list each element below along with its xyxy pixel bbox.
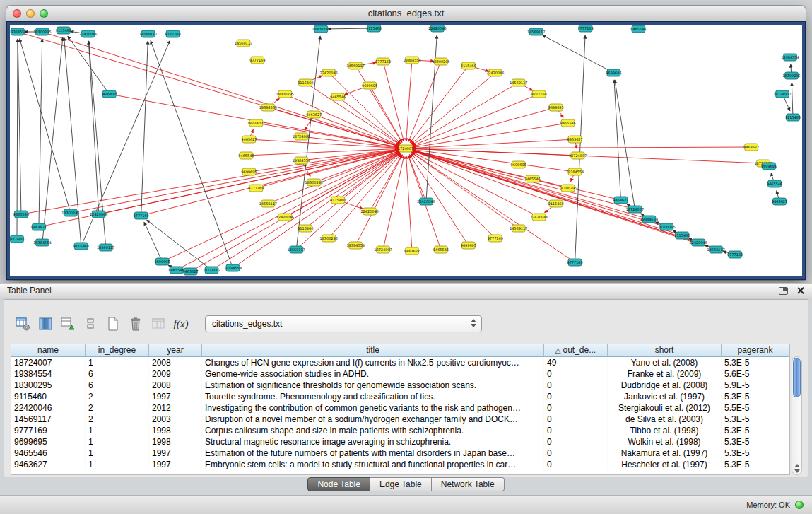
window-titlebar[interactable]: citations_edges.txt (6, 6, 806, 21)
cell-out-degree[interactable]: 0 (544, 459, 608, 470)
cell-year[interactable]: 2009 (149, 368, 202, 380)
graph-edge[interactable] (20, 39, 71, 213)
graph-node[interactable]: 22420046 (320, 69, 338, 76)
cell-pagerank[interactable]: 5.6E-5 (722, 368, 789, 380)
cell-short[interactable]: Dudbridge et al. (2008) (608, 380, 722, 391)
graph-node[interactable]: 19384554 (346, 242, 364, 249)
cell-in-degree[interactable]: 2 (86, 391, 149, 402)
graph-node[interactable]: 22420046 (690, 239, 707, 246)
cell-short[interactable]: de Silva et al. (2003) (608, 414, 722, 425)
graph-node[interactable]: 19384554 (403, 57, 420, 64)
graph-node[interactable]: 9699695 (155, 258, 170, 265)
function-builder-icon[interactable]: f(x) (171, 314, 191, 334)
graph-node[interactable]: 9115460 (73, 243, 89, 250)
graph-edge[interactable] (406, 156, 412, 251)
graph-node[interactable]: 9777169 (375, 58, 391, 65)
graph-node[interactable]: 9777169 (577, 25, 593, 32)
table-row[interactable]: 2242004622012Investigating the contribut… (11, 402, 789, 414)
cell-year[interactable]: 1997 (149, 448, 202, 459)
graph-node[interactable]: 9777169 (488, 235, 503, 242)
graph-node[interactable]: 19384554 (10, 28, 27, 35)
graph-node[interactable]: 22420046 (79, 30, 97, 37)
graph-node[interactable]: 19384554 (33, 239, 51, 246)
graph-node[interactable]: 9115460 (461, 62, 476, 69)
table-select[interactable]: citations_edges.txt (205, 315, 482, 332)
cell-in-degree[interactable]: 1 (86, 436, 149, 448)
graph-node[interactable]: 22420046 (486, 69, 504, 76)
graph-node[interactable]: 14569117 (707, 246, 725, 253)
zoom-window-button[interactable] (40, 9, 48, 18)
graph-edge[interactable] (314, 115, 399, 146)
graph-node[interactable]: 22420046 (417, 198, 435, 205)
graph-node[interactable]: 19384554 (640, 216, 658, 223)
cell-name[interactable]: 9777169 (11, 425, 86, 436)
cell-out-degree[interactable]: 0 (544, 448, 608, 459)
column-header-year[interactable]: year (149, 344, 202, 357)
graph-node[interactable]: 19384554 (566, 168, 584, 175)
cell-pagerank[interactable]: 5.3E-5 (722, 391, 789, 402)
cell-short[interactable]: Stergiakouli et al. (2012) (608, 402, 722, 414)
cell-name[interactable]: 18300295 (11, 380, 86, 391)
cell-title[interactable]: Disruption of a novel member of a sodium… (202, 414, 544, 425)
graph-edge[interactable] (144, 222, 163, 262)
cell-name[interactable]: 14569117 (11, 414, 86, 425)
cell-short[interactable]: Wolkin et al. (1998) (608, 436, 722, 448)
graph-node[interactable]: 9463627 (404, 247, 420, 255)
graph-node[interactable]: 9777169 (531, 90, 547, 98)
graph-node[interactable]: 9463627 (613, 197, 628, 204)
graph-edge[interactable] (408, 155, 426, 201)
column-header-in-degree[interactable]: in_degree (86, 344, 149, 357)
graph-node[interactable]: 9465546 (767, 180, 782, 187)
column-header-name[interactable]: name (11, 344, 86, 357)
cell-pagerank[interactable]: 5.3E-5 (722, 436, 789, 448)
cell-title[interactable]: Estimation of the future numbers of pati… (202, 448, 544, 459)
graph-edge[interactable] (408, 62, 441, 142)
scrollbar-thumb[interactable] (793, 358, 801, 397)
cell-name[interactable]: 9463627 (11, 459, 86, 470)
graph-node[interactable]: 9465546 (13, 211, 29, 218)
import-table-icon[interactable] (148, 314, 168, 334)
float-panel-icon[interactable] (779, 287, 788, 295)
column-header-pagerank[interactable]: pagerank (722, 344, 789, 357)
cell-pagerank[interactable]: 5.3E-5 (722, 357, 789, 368)
graph-edge[interactable] (413, 148, 763, 163)
graph-node[interactable]: 9699695 (102, 90, 117, 98)
graph-node[interactable]: 22420046 (276, 214, 294, 221)
graph-edge[interactable] (18, 32, 399, 146)
table-row[interactable]: 1938455462009Genome-wide association stu… (11, 368, 789, 380)
graph-node[interactable]: 18300295 (33, 28, 51, 35)
tab-node-table[interactable]: Node Table (307, 477, 370, 491)
cell-out-degree[interactable]: 0 (544, 425, 608, 436)
cell-name[interactable]: 22420046 (11, 402, 86, 414)
graph-edge[interactable] (411, 153, 495, 238)
graph-node[interactable]: 9115460 (366, 25, 382, 32)
scroll-up-icon[interactable] (794, 464, 800, 467)
column-header-title[interactable]: title (202, 344, 544, 357)
cell-short[interactable]: Jankovic et al. (1997) (608, 391, 722, 402)
graph-node[interactable]: 9463627 (772, 198, 787, 205)
graph-node[interactable]: 9699695 (241, 168, 257, 175)
cell-in-degree[interactable]: 6 (86, 368, 149, 380)
graph-node[interactable]: 18724007 (247, 119, 265, 127)
cell-in-degree[interactable]: 6 (86, 380, 149, 391)
graph-node[interactable]: 14569117 (97, 244, 114, 251)
graph-node[interactable]: 9777169 (248, 185, 264, 192)
cell-year[interactable]: 2008 (149, 357, 202, 368)
graph-node[interactable]: 9465546 (525, 175, 541, 182)
cell-pagerank[interactable]: 5.3E-5 (722, 448, 789, 459)
graph-node[interactable]: 9465546 (630, 25, 646, 33)
cell-year[interactable]: 2008 (149, 380, 202, 391)
graph-node[interactable]: 9115460 (56, 27, 71, 34)
close-window-button[interactable] (13, 9, 21, 18)
graph-edge[interactable] (413, 151, 649, 219)
cell-name[interactable]: 9465546 (11, 448, 86, 459)
graph-edge[interactable] (413, 107, 556, 146)
graph-node[interactable]: 9115460 (330, 197, 346, 204)
cell-pagerank[interactable]: 5.3E-5 (722, 425, 789, 436)
graph-node[interactable]: 18724007 (293, 133, 310, 140)
graph-edge[interactable] (411, 73, 495, 144)
cell-title[interactable]: Changes of HCN gene expression and I(f) … (202, 357, 544, 368)
table-scrollbar[interactable] (792, 356, 802, 475)
graph-edge[interactable] (410, 66, 469, 143)
graph-node[interactable]: 18300295 (559, 185, 577, 192)
